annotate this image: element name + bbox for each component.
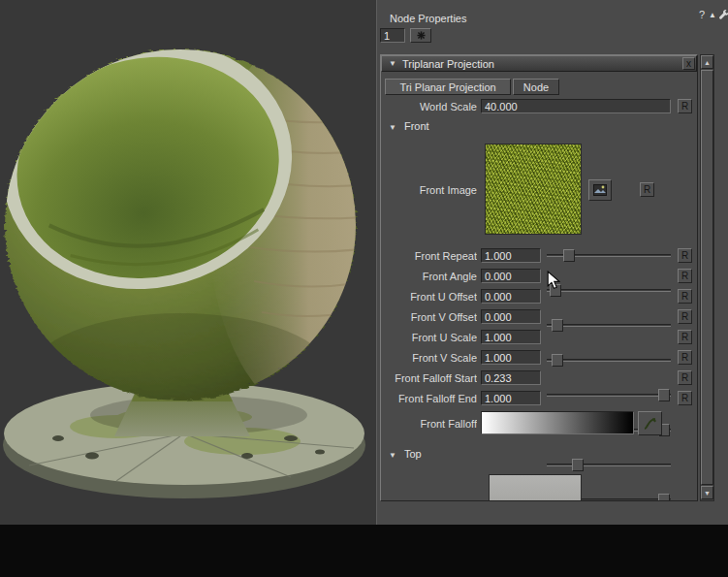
triplanar-window: ▼ Triplanar Projection x Tri Planar Proj… <box>380 54 698 501</box>
param-field-wrap <box>481 309 541 324</box>
param-field-wrap <box>481 370 541 385</box>
front-v-offset-input[interactable] <box>481 309 541 324</box>
front-repeat-slider[interactable] <box>545 248 673 263</box>
front-u-scale-reset-button[interactable]: R <box>678 330 692 344</box>
param-field-wrap <box>481 391 541 405</box>
slider-groove <box>547 289 671 292</box>
param-field-wrap <box>481 350 541 365</box>
front-u-offset-reset-button[interactable]: R <box>678 289 692 304</box>
scroll-up-icon[interactable]: ▲ <box>701 55 713 69</box>
param-label: Front V Scale <box>381 352 477 364</box>
param-field-wrap <box>481 269 541 283</box>
front-falloff-label: Front Falloff <box>381 418 477 430</box>
slider-groove <box>547 324 671 327</box>
slider-handle[interactable] <box>552 319 563 332</box>
top-image-thumbnail[interactable] <box>489 474 582 501</box>
front-image-label: Front Image <box>381 184 477 196</box>
bottom-bar <box>0 525 728 577</box>
front-falloff-end-reset-button[interactable]: R <box>678 391 692 405</box>
param-field-wrap <box>481 289 541 304</box>
param-label: Front Falloff End <box>381 393 477 404</box>
close-icon[interactable]: x <box>682 57 695 70</box>
top-section-header[interactable]: ▼ Top <box>389 448 422 460</box>
param-label: Front U Offset <box>381 291 477 303</box>
slider-handle[interactable] <box>658 389 670 401</box>
slider-groove <box>547 394 671 397</box>
quill-curve-icon <box>643 416 658 432</box>
front-falloff-start-reset-button[interactable]: R <box>678 370 692 385</box>
image-file-icon <box>593 184 607 196</box>
collapse-arrow-icon[interactable]: ▼ <box>389 59 396 68</box>
triplanar-titlebar[interactable]: ▼ Triplanar Projection <box>381 55 697 72</box>
slider-groove <box>547 464 671 466</box>
alert-triangle-icon[interactable]: ▲ <box>709 11 716 19</box>
slider-groove <box>547 359 671 362</box>
param-field-wrap <box>481 248 541 263</box>
front-repeat-input[interactable] <box>481 248 541 263</box>
world-scale-input[interactable] <box>481 99 671 113</box>
world-scale-reset-button[interactable]: R <box>678 99 692 113</box>
front-u-scale-slider[interactable] <box>545 388 673 402</box>
param-label: Front Angle <box>381 271 477 282</box>
front-falloff-start-input[interactable] <box>481 370 541 385</box>
front-angle-reset-button[interactable]: R <box>678 269 692 283</box>
help-icon[interactable]: ? <box>699 9 705 20</box>
panel-title: Node Properties <box>390 13 467 24</box>
front-angle-slider[interactable] <box>545 283 673 298</box>
collapse-arrow-icon[interactable]: ▼ <box>389 451 396 460</box>
scroll-thumb[interactable] <box>701 70 713 485</box>
triplanar-title: Triplanar Projection <box>402 58 494 70</box>
front-u-scale-input[interactable] <box>481 330 541 344</box>
mouse-arrow-icon <box>547 271 560 292</box>
node-index-field-wrap <box>380 28 405 43</box>
front-repeat-reset-button[interactable]: R <box>678 248 692 263</box>
app-root: { "colors": { "viewport_bg": "#383838", … <box>0 0 728 577</box>
front-section-header[interactable]: ▼ Front <box>389 120 429 132</box>
front-v-scale-input[interactable] <box>481 350 541 365</box>
param-label: Front U Scale <box>381 332 477 343</box>
front-image-thumbnail[interactable] <box>485 144 582 235</box>
material-sphere <box>0 15 376 433</box>
front-image-reset-button[interactable]: R <box>640 182 654 197</box>
param-field-wrap <box>481 330 541 344</box>
front-falloff-end-input[interactable] <box>481 391 541 405</box>
param-label: Front V Offset <box>381 311 477 323</box>
load-image-button[interactable] <box>588 179 612 201</box>
top-section-label: Top <box>404 448 422 460</box>
tab-node[interactable]: Node <box>513 79 559 95</box>
slider-handle[interactable] <box>563 249 575 262</box>
front-angle-input[interactable] <box>481 269 541 283</box>
node-index-input[interactable] <box>380 28 405 43</box>
tab-triplanar-projection[interactable]: Tri Planar Projection <box>385 79 511 95</box>
front-falloff-gradient[interactable] <box>481 411 634 434</box>
front-v-scale-reset-button[interactable]: R <box>678 350 692 365</box>
edit-falloff-curve-button[interactable] <box>638 411 662 435</box>
render-scene <box>0 0 376 525</box>
front-u-offset-input[interactable] <box>481 289 541 304</box>
slider-handle[interactable] <box>572 459 584 471</box>
front-section-label: Front <box>404 120 429 132</box>
param-label: Front Repeat <box>381 250 477 262</box>
param-label: Front Falloff Start <box>381 372 477 384</box>
collapse-arrow-icon[interactable]: ▼ <box>389 123 396 132</box>
slider-handle[interactable] <box>658 494 670 501</box>
world-scale-label: World Scale <box>381 101 477 112</box>
front-falloff-start-slider[interactable] <box>545 458 673 472</box>
world-scale-field-wrap <box>481 99 671 113</box>
front-v-offset-reset-button[interactable]: R <box>678 309 692 324</box>
asterisk-icon <box>417 31 426 40</box>
front-v-offset-slider[interactable] <box>545 353 673 368</box>
front-u-offset-slider[interactable] <box>545 318 673 333</box>
slider-handle[interactable] <box>552 354 563 367</box>
node-index-apply-button[interactable] <box>410 28 431 43</box>
preview-viewport[interactable] <box>0 0 376 525</box>
scroll-down-icon[interactable]: ▼ <box>701 486 713 499</box>
scrollbar[interactable]: ▲ ▼ <box>700 54 714 501</box>
wrench-icon[interactable] <box>718 9 728 22</box>
